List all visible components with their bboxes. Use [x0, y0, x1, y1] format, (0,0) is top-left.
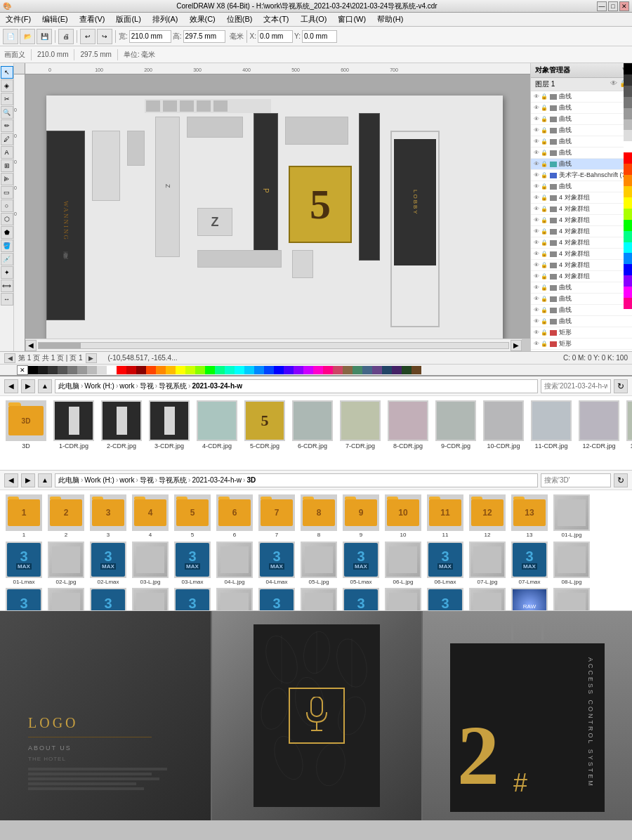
color-swatch-26[interactable]	[284, 366, 294, 374]
fb-up-button[interactable]: ▲	[38, 379, 52, 393]
file-thumb-max[interactable]: 3 MAX 09-Lmax	[88, 588, 128, 611]
path2-2[interactable]: Work (H:)	[84, 476, 114, 484]
select-tool[interactable]: ↖	[1, 66, 13, 79]
file-thumb-jpg[interactable]: 11-L.jpg	[215, 588, 254, 611]
path2-6[interactable]: 2021-03-24-h-w	[192, 476, 242, 484]
new-button[interactable]: 📄	[3, 29, 18, 44]
color-swatch-39[interactable]	[412, 366, 421, 374]
zoom-tool[interactable]: 🔍	[1, 106, 13, 119]
object-row[interactable]: 👁 🔒 4 对象群组	[531, 204, 632, 215]
dimension-tool[interactable]: ⟺	[1, 280, 13, 292]
interactive-tool[interactable]: ✦	[1, 266, 13, 279]
file-thumb-folder[interactable]: 5 5	[173, 494, 212, 539]
file-thumb-cdr[interactable]: 4-CDR.jpg	[195, 400, 239, 450]
color-swatch-27[interactable]	[294, 366, 303, 374]
palette-color-18[interactable]	[624, 264, 632, 275]
color-swatch-30[interactable]	[323, 366, 333, 374]
file-thumb-folder[interactable]: 13 13	[510, 494, 549, 539]
file-thumb-cdr[interactable]: 12-CDR.jpg	[577, 400, 621, 450]
color-swatch-37[interactable]	[392, 366, 402, 374]
file-thumb-folder[interactable]: 10 10	[383, 494, 423, 539]
menu-item-H[interactable]: 帮助(H)	[374, 13, 406, 25]
file-thumb-max[interactable]: 3 MAX 01-Lmax	[4, 542, 44, 586]
color-swatch-18[interactable]	[205, 366, 215, 374]
h-scrollbar[interactable]: ◀ ▶	[25, 339, 522, 351]
file-thumb-max[interactable]: 3 MAX 12-Lmax	[341, 588, 381, 611]
fb2-up-button[interactable]: ▲	[38, 473, 52, 487]
file-thumb-jpg[interactable]: 03-L.jpg	[131, 542, 170, 586]
object-row[interactable]: 👁 🔒 矩形	[531, 339, 632, 350]
menu-item-L[interactable]: 版面(L)	[113, 13, 143, 25]
fb-back-button[interactable]: ◀	[4, 379, 18, 393]
color-swatch-32[interactable]	[343, 366, 353, 374]
color-swatch-7[interactable]	[97, 366, 107, 374]
path2-5[interactable]: 导视系统	[159, 475, 187, 485]
scroll-left-btn[interactable]: ◀	[25, 340, 37, 351]
next-page-btn[interactable]: ▶	[86, 353, 97, 363]
file-thumb-max[interactable]: 3 MAX 02-Lmax	[88, 542, 128, 586]
file-thumb-folder[interactable]: 3 3	[88, 494, 128, 539]
path2-4[interactable]: 导视	[140, 475, 154, 485]
path-1[interactable]: 此电脑	[58, 381, 79, 391]
path-3[interactable]: work	[119, 382, 134, 390]
color-swatch-17[interactable]	[195, 366, 205, 374]
file-thumb-max[interactable]: 3 MAX 13-Lmax	[426, 588, 465, 611]
file-thumb-folder[interactable]: 1 1	[4, 494, 44, 539]
color-swatch-24[interactable]	[264, 366, 274, 374]
palette-color-17[interactable]	[624, 253, 632, 264]
palette-color-16[interactable]	[624, 242, 632, 254]
object-row[interactable]: 👁 🔒 4 对象群组	[531, 237, 632, 249]
object-row[interactable]: 👁 🔒 曲线	[531, 316, 632, 327]
color-swatch-11[interactable]	[136, 366, 146, 374]
palette-color-14[interactable]	[624, 220, 632, 231]
color-swatch-9[interactable]	[117, 366, 126, 374]
path-4[interactable]: 导视	[140, 381, 154, 391]
object-row[interactable]: 👁 🔒 曲线	[531, 181, 632, 192]
y-input[interactable]	[302, 30, 337, 43]
palette-color-21[interactable]	[624, 298, 632, 309]
maximize-button[interactable]: □	[608, 1, 618, 11]
file-thumb-cdr[interactable]: 6-CDR.jpg	[291, 400, 334, 450]
color-swatch-8[interactable]	[107, 366, 117, 374]
file-thumb-jpg[interactable]: 06-L.jpg	[383, 542, 423, 586]
object-row[interactable]: 👁 🔒 矩形	[531, 327, 632, 339]
color-swatch-36[interactable]	[382, 366, 392, 374]
palette-color-5[interactable]	[624, 119, 632, 131]
file-thumb-max[interactable]: 3 MAX 06-Lmax	[426, 542, 465, 586]
close-button[interactable]: ✕	[619, 1, 629, 11]
color-swatch-3[interactable]	[58, 366, 67, 374]
object-row[interactable]: 👁 🔒 4 对象群组	[531, 192, 632, 204]
palette-color-0[interactable]	[624, 63, 632, 74]
page-height-input[interactable]	[183, 30, 225, 43]
file-thumb-max[interactable]: 3 MAX 07-Lmax	[510, 542, 549, 586]
color-swatch-19[interactable]	[215, 366, 225, 374]
pen-tool[interactable]: 🖊	[1, 133, 13, 145]
color-swatch-12[interactable]	[146, 366, 156, 374]
menu-item-C[interactable]: 效果(C)	[187, 13, 218, 25]
rect-tool[interactable]: ▭	[1, 186, 13, 199]
file-thumb-cdr[interactable]: 11-CDR.jpg	[529, 400, 573, 450]
palette-color-11[interactable]	[624, 186, 632, 197]
scroll-right-btn[interactable]: ▶	[511, 340, 522, 351]
menu-item-F[interactable]: 文件(F)	[3, 13, 34, 25]
palette-color-1[interactable]	[624, 74, 632, 86]
file-thumb-jpg[interactable]: 地板.jpg	[468, 588, 507, 611]
minimize-button[interactable]: —	[597, 1, 607, 11]
color-swatch-22[interactable]	[244, 366, 254, 374]
file-thumb-jpg[interactable]: 07-L.jpg	[468, 542, 507, 586]
undo-button[interactable]: ↩	[80, 29, 96, 44]
redo-button[interactable]: ↪	[97, 29, 112, 44]
parallel-tool[interactable]: ⫸	[1, 173, 13, 185]
color-swatch-25[interactable]	[274, 366, 284, 374]
file-thumb-3d[interactable]: 3D 3D	[4, 400, 48, 450]
file-thumb-jpg[interactable]: 04-L.jpg	[215, 542, 254, 586]
color-swatch-29[interactable]	[313, 366, 323, 374]
prev-page-btn[interactable]: ◀	[4, 353, 15, 363]
color-swatch-33[interactable]	[353, 366, 362, 374]
file-thumb-cdr[interactable]: 3-CDR.jpg	[147, 400, 191, 450]
object-row[interactable]: 👁 🔒 曲线	[531, 147, 632, 159]
file-thumb-cdr[interactable]: 8-CDR.jpg	[386, 400, 430, 450]
object-row[interactable]: 👁 🔒 曲线	[531, 159, 632, 170]
file-thumb-folder[interactable]: 4 4	[131, 494, 170, 539]
ellipse-tool[interactable]: ○	[1, 199, 13, 212]
